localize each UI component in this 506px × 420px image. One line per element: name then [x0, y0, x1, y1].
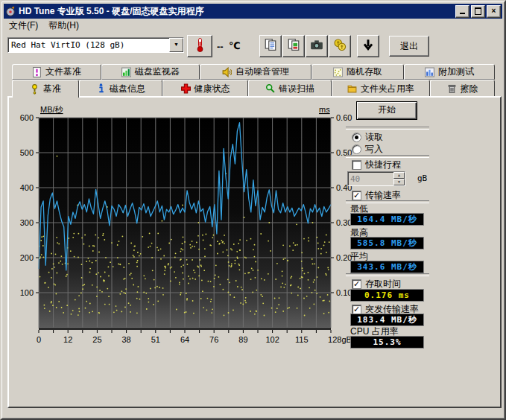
drive-select[interactable]: Red Hat VirtIO (128 gB) ▼ [7, 37, 184, 53]
svg-text:12: 12 [63, 335, 72, 344]
separator [346, 127, 429, 130]
temperature-button[interactable] [187, 35, 212, 57]
avg-speed-display: 343.6 MB/秒 [350, 261, 424, 273]
short-stroke-label: 快捷行程 [365, 159, 401, 171]
donate-button[interactable] [329, 35, 351, 57]
svg-text:76: 76 [209, 335, 218, 344]
copy-image-button[interactable] [282, 35, 305, 57]
short-stroke-checkbox[interactable]: 快捷行程 [352, 159, 401, 171]
chevron-down-icon[interactable]: ▼ [169, 38, 183, 52]
title-bar: HD Tune 专业版 5.50 - 硬盘/固态硬盘实用程序 × [4, 4, 502, 19]
app-window: HD Tune 专业版 5.50 - 硬盘/固态硬盘实用程序 × 文件(F) 帮… [0, 0, 506, 420]
svg-text:MB/秒: MB/秒 [40, 105, 64, 114]
folder-icon [347, 83, 357, 94]
svg-text:100: 100 [20, 288, 34, 297]
svg-text:102: 102 [265, 335, 279, 344]
temperature-unit: ℃ [229, 40, 241, 51]
window-title: HD Tune 专业版 5.50 - 硬盘/固态硬盘实用程序 [19, 5, 454, 18]
short-stroke-spinner[interactable]: ▲ ▼ [347, 171, 405, 186]
benchmark-chart: 1002003004005006000.100.200.300.400.500.… [10, 100, 355, 357]
checkbox-unchecked-icon [352, 160, 361, 170]
read-radio[interactable]: 读取 [352, 131, 383, 144]
tab-row-front: 基准磁盘信息健康状态错误扫描文件夹占用率擦除 [12, 80, 495, 97]
svg-text:115: 115 [295, 335, 309, 344]
tab-disk-info[interactable]: 磁盘信息 [79, 80, 162, 97]
coins-icon [333, 38, 347, 54]
tab-label: 随机存取 [347, 66, 382, 78]
tab-label: 附加测试 [438, 66, 474, 78]
svg-text:ms: ms [319, 105, 330, 114]
drive-select-value: Red Hat VirtIO (128 gB) [8, 40, 169, 50]
screenshot-button[interactable] [306, 35, 328, 57]
down-arrow-icon [361, 38, 375, 54]
benchmark-icon [30, 84, 39, 95]
svg-text:500: 500 [20, 148, 34, 157]
tab-label: 健康状态 [195, 83, 230, 95]
svg-text:400: 400 [20, 183, 34, 192]
menu-file[interactable]: 文件(F) [4, 18, 43, 34]
save-results-button[interactable] [357, 35, 379, 57]
access-time-display: 0.176 ms [350, 289, 424, 302]
copy-image-icon [287, 38, 300, 54]
info-icon [96, 83, 106, 94]
short-stroke-unit: gB [417, 174, 427, 183]
tab-erase[interactable]: 擦除 [430, 80, 495, 97]
svg-text:25: 25 [92, 335, 101, 344]
maximize-button[interactable] [471, 5, 485, 18]
magnifier-icon [265, 83, 275, 94]
tab-random-access[interactable]: 随机存取 [311, 64, 404, 80]
svg-text:128gB: 128gB [328, 335, 352, 344]
exit-button[interactable]: 退出 [389, 36, 429, 57]
min-speed-display: 164.4 MB/秒 [350, 213, 424, 226]
benchmark-panel: 1002003004005006000.100.200.300.400.500.… [7, 96, 502, 408]
start-button[interactable]: 开始 [356, 101, 417, 120]
trash-icon [447, 83, 457, 94]
separator [346, 273, 429, 276]
svg-text:0.60: 0.60 [336, 113, 352, 122]
radio-unselected-icon [352, 144, 361, 154]
menu-help[interactable]: 帮助(H) [43, 18, 84, 34]
tab-benchmark[interactable]: 基准 [12, 80, 79, 98]
svg-text:38: 38 [121, 335, 130, 344]
svg-text:0: 0 [37, 335, 41, 344]
checkbox-checked-icon: ✓ [352, 279, 361, 289]
tab-label: 基准 [43, 83, 61, 95]
copy-text-button[interactable] [259, 35, 282, 57]
speaker-icon [222, 67, 232, 77]
write-label: 写入 [365, 143, 383, 156]
tab-extra-tests[interactable]: 附加测试 [404, 64, 495, 80]
close-button[interactable]: × [487, 5, 501, 18]
tab-health[interactable]: 健康状态 [162, 80, 248, 97]
tab-folder-usage[interactable]: 文件夹占用率 [332, 80, 430, 97]
tab-label: 自动噪音管理 [235, 66, 289, 78]
spinner-up-button[interactable]: ▲ [393, 172, 405, 179]
svg-text:51: 51 [151, 335, 160, 344]
svg-text:300: 300 [20, 218, 34, 227]
exit-label: 退出 [400, 40, 418, 53]
svg-text:89: 89 [238, 335, 247, 344]
tab-error-scan[interactable]: 错误扫描 [248, 80, 332, 97]
extra-tests-icon [425, 67, 434, 77]
separator [346, 155, 429, 158]
radio-selected-icon [352, 133, 361, 142]
tab-label: 磁盘监视器 [135, 66, 180, 78]
spinner-down-button[interactable]: ▼ [393, 179, 405, 185]
camera-icon [310, 38, 323, 54]
read-label: 读取 [365, 131, 383, 144]
tab-label: 文件基准 [45, 66, 81, 78]
tab-file-benchmark[interactable]: 文件基准 [12, 64, 101, 80]
thermometer-icon [194, 37, 206, 55]
svg-text:64: 64 [180, 335, 189, 344]
write-radio[interactable]: 写入 [352, 143, 383, 156]
tab-disk-monitor[interactable]: 磁盘监视器 [101, 64, 200, 80]
minimize-button[interactable] [455, 5, 469, 18]
cpu-usage-display: 15.3% [350, 336, 424, 349]
menu-bar: 文件(F) 帮助(H) [4, 19, 502, 33]
tab-auto-acoustic[interactable]: 自动噪音管理 [200, 64, 311, 80]
tab-row-back: 文件基准磁盘监视器自动噪音管理随机存取附加测试 [12, 64, 495, 80]
temperature-value: -- [217, 41, 224, 52]
health-cross-icon [181, 83, 191, 94]
short-stroke-input[interactable] [348, 172, 393, 185]
file-benchmark-icon [32, 67, 42, 77]
svg-text:200: 200 [20, 253, 34, 262]
